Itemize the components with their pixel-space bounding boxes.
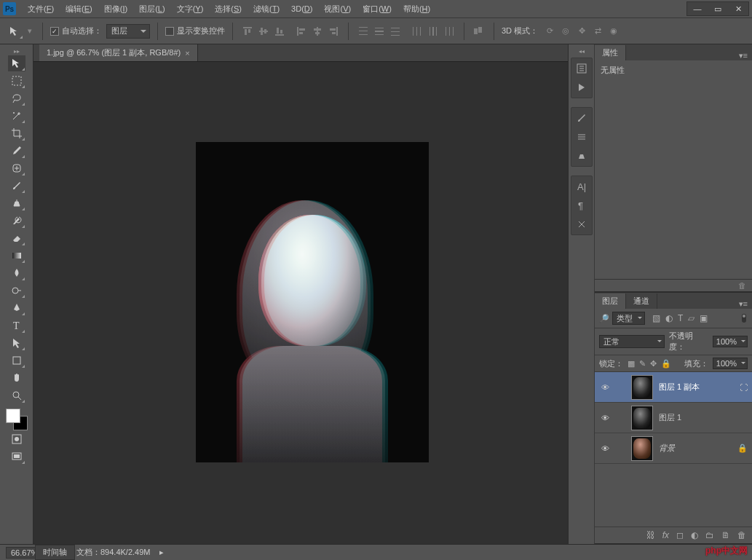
layer-row[interactable]: 👁 图层 1 (595, 403, 752, 433)
properties-trash-icon[interactable]: 🗑 (738, 281, 746, 290)
filter-smart-icon[interactable]: ▣ (700, 313, 708, 323)
layer-name[interactable]: 背景 (659, 443, 732, 454)
filter-type-icon[interactable]: T (678, 313, 683, 323)
screen-mode-toggle[interactable] (8, 449, 25, 465)
distribute-right-button[interactable] (442, 24, 456, 39)
lock-pixels-icon[interactable]: ✎ (639, 359, 646, 368)
3d-slide-button[interactable]: ⇄ (590, 24, 605, 39)
opacity-input[interactable]: 100% (713, 336, 748, 347)
menu-edit[interactable]: 编辑(E) (60, 1, 98, 17)
move-tool[interactable] (8, 55, 25, 71)
3d-zoom-button[interactable]: ◉ (606, 24, 621, 39)
layer-group-button[interactable]: 🗀 (705, 530, 714, 540)
magic-wand-tool[interactable] (8, 108, 25, 124)
align-right-button[interactable] (326, 24, 341, 39)
blend-mode-dropdown[interactable]: 正常 (599, 335, 665, 348)
show-transform-checkbox[interactable]: 显示变换控件 (165, 25, 225, 36)
actions-panel-icon[interactable] (573, 79, 590, 96)
lasso-tool[interactable] (8, 90, 25, 106)
clone-source-panel-icon[interactable] (573, 147, 590, 165)
layer-thumbnail[interactable] (631, 375, 653, 400)
distribute-vcenter-button[interactable] (372, 24, 387, 39)
document-tab-close-icon[interactable]: × (185, 49, 189, 58)
layer-name[interactable]: 图层 1 (659, 412, 748, 423)
history-brush-tool[interactable] (8, 213, 25, 229)
layer-visibility-icon[interactable]: 👁 (599, 414, 611, 422)
minimize-button[interactable]: — (687, 2, 708, 15)
layer-thumbnail[interactable] (631, 436, 653, 461)
align-vcenter-button[interactable] (256, 24, 271, 39)
align-bottom-button[interactable] (272, 24, 287, 39)
shape-tool[interactable] (8, 352, 25, 368)
tool-presets-panel-icon[interactable] (573, 216, 590, 233)
hand-tool[interactable] (8, 370, 25, 386)
filter-adjust-icon[interactable]: ◐ (665, 313, 673, 323)
brush-presets-panel-icon[interactable] (573, 128, 590, 146)
gradient-tool[interactable] (8, 248, 25, 264)
fill-input[interactable]: 100% (713, 358, 748, 369)
distribute-bottom-button[interactable] (388, 24, 403, 39)
menu-type[interactable]: 文字(Y) (171, 1, 210, 17)
new-layer-button[interactable]: 🗎 (721, 530, 730, 540)
document-tab[interactable]: 1.jpg @ 66.7% (图层 1 副本, RGB/8#) × (39, 44, 198, 61)
layer-row[interactable]: 👁 背景 🔒 (595, 433, 752, 464)
marquee-tool[interactable] (8, 73, 25, 89)
menu-view[interactable]: 视图(V) (318, 1, 357, 17)
lock-all-icon[interactable]: 🔒 (661, 359, 671, 368)
filter-shape-icon[interactable]: ▱ (688, 313, 694, 323)
3d-roll-button[interactable]: ◎ (558, 24, 573, 39)
menu-3d[interactable]: 3D(D) (285, 1, 318, 16)
dodge-tool[interactable] (8, 283, 25, 299)
layer-name[interactable]: 图层 1 副本 (659, 382, 734, 393)
color-swatches[interactable] (6, 409, 28, 430)
menu-image[interactable]: 图像(I) (98, 1, 133, 17)
menu-filter[interactable]: 滤镜(T) (248, 1, 285, 17)
lock-transparency-icon[interactable]: ▩ (628, 359, 635, 368)
layers-tab[interactable]: 图层 (595, 293, 626, 309)
layer-fx-button[interactable]: fx (662, 530, 669, 540)
lock-position-icon[interactable]: ✥ (650, 359, 657, 368)
auto-align-button[interactable] (472, 24, 486, 39)
distribute-top-button[interactable] (356, 24, 371, 39)
auto-select-checkbox[interactable]: ✓ 自动选择： (50, 25, 102, 36)
3d-orbit-button[interactable]: ⟳ (542, 24, 557, 39)
delete-layer-button[interactable]: 🗑 (737, 530, 746, 540)
type-tool[interactable]: T (8, 318, 25, 334)
toolbox-collapse-grip[interactable]: ▸▸ (0, 47, 33, 55)
layers-panel-menu-icon[interactable]: ▾≡ (735, 299, 752, 309)
brush-tool[interactable] (8, 178, 25, 194)
filter-pixel-icon[interactable]: ▧ (652, 313, 660, 323)
align-left-button[interactable] (294, 24, 309, 39)
paragraph-panel-icon[interactable]: ¶ (573, 197, 590, 214)
menu-select[interactable]: 选择(S) (209, 1, 248, 17)
close-button[interactable]: ✕ (728, 2, 748, 15)
eraser-tool[interactable] (8, 230, 25, 246)
blur-tool[interactable] (8, 265, 25, 281)
distribute-left-button[interactable] (410, 24, 424, 39)
filter-search-icon[interactable]: 🔎 (599, 314, 609, 323)
menu-help[interactable]: 帮助(H) (397, 1, 436, 17)
zoom-tool[interactable] (8, 387, 25, 403)
layer-thumbnail[interactable] (631, 406, 653, 430)
clone-stamp-tool[interactable] (8, 195, 25, 211)
timeline-tab[interactable]: 时间轴 (35, 545, 75, 560)
healing-brush-tool[interactable] (8, 160, 25, 176)
quick-mask-toggle[interactable] (8, 431, 25, 447)
auto-select-target-dropdown[interactable]: 图层 (106, 24, 150, 39)
menu-layer[interactable]: 图层(L) (133, 1, 170, 17)
channels-tab[interactable]: 通道 (626, 293, 657, 309)
layer-visibility-icon[interactable]: 👁 (599, 444, 611, 453)
brush-panel-icon[interactable] (573, 109, 590, 127)
history-panel-icon[interactable] (573, 60, 590, 77)
path-selection-tool[interactable] (8, 335, 25, 351)
options-chevron-icon[interactable]: ▾ (28, 26, 35, 36)
layer-visibility-icon[interactable]: 👁 (599, 383, 611, 392)
crop-tool[interactable] (8, 125, 25, 141)
adjustment-layer-button[interactable]: ◐ (691, 530, 698, 540)
link-layers-button[interactable]: ⛓ (646, 530, 655, 540)
canvas-viewport[interactable] (33, 62, 568, 544)
menu-window[interactable]: 窗口(W) (357, 1, 397, 17)
filter-toggle-switch[interactable] (740, 312, 748, 324)
layer-filter-type-dropdown[interactable]: 类型 (612, 312, 645, 325)
align-hcenter-button[interactable] (310, 24, 325, 39)
